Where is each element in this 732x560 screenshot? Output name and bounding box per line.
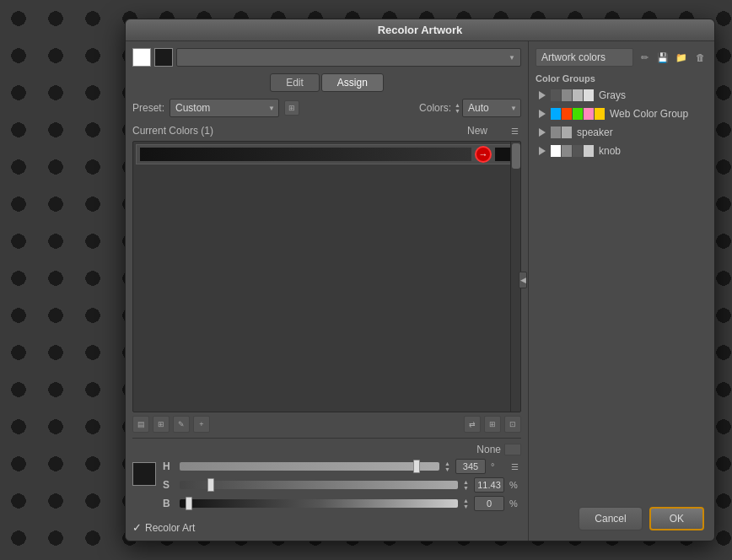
swatch-gray3 xyxy=(573,89,583,101)
color-box-black[interactable] xyxy=(154,48,173,67)
hsb-section: None H ▲▼ xyxy=(132,438,521,534)
ok-button[interactable]: OK xyxy=(649,507,704,530)
color-box-white[interactable] xyxy=(132,48,151,67)
slider-s-spinners[interactable]: ▲▼ xyxy=(463,479,469,491)
recolor-row: ✓ Recolor Art xyxy=(132,521,521,534)
list-view-icon[interactable]: ▤ xyxy=(132,416,149,433)
colors-label: Colors: xyxy=(419,102,451,114)
settings-icon[interactable]: ⊡ xyxy=(504,416,521,433)
none-icon[interactable] xyxy=(504,444,521,455)
delete-icon[interactable]: 🗑 xyxy=(692,50,708,65)
color-groups-label: Color Groups xyxy=(536,73,708,83)
bottom-icons: ▤ ⊞ ✎ + ⇄ ⊞ ⊡ xyxy=(132,416,521,433)
title-bar: Recolor Artwork xyxy=(126,19,714,41)
speaker-label: speaker xyxy=(577,127,613,138)
colors-section: Colors: ▲ ▼ Auto xyxy=(419,99,521,117)
grid-icon-btn[interactable]: ⊞ xyxy=(284,100,299,116)
none-label-text: None xyxy=(476,444,501,455)
slider-s-unit: % xyxy=(509,480,521,490)
arrow-circle-icon: → xyxy=(475,146,492,163)
swatch-gray4 xyxy=(584,89,594,101)
color-row[interactable]: → xyxy=(136,144,518,164)
slider-s-label: S xyxy=(163,479,175,491)
sliders-container: H ▲▼ 345 ° ☰ xyxy=(163,459,521,514)
left-icon-group: ▤ ⊞ ✎ + xyxy=(132,416,210,433)
web-swatches xyxy=(551,108,605,120)
color-preview-box[interactable] xyxy=(132,462,156,486)
slider-h-value[interactable]: 345 xyxy=(455,459,486,474)
preset-select[interactable]: Custom xyxy=(170,99,279,117)
slider-b-label: B xyxy=(163,498,175,509)
color-group-knob[interactable]: knob xyxy=(536,143,708,159)
swatch-web2 xyxy=(562,108,572,120)
swatch-gray2 xyxy=(562,89,572,101)
dialog-title: Recolor Artwork xyxy=(378,24,463,36)
color-list-area: → xyxy=(132,141,521,412)
swatch-gray1 xyxy=(551,89,561,101)
artwork-colors-dropdown[interactable]: Artwork colors xyxy=(536,48,633,67)
slider-s-track[interactable] xyxy=(180,481,458,489)
new-label: New xyxy=(467,125,487,137)
checkmark-icon: ✓ xyxy=(132,521,142,534)
preset-wrapper: Custom xyxy=(170,99,279,117)
slider-s-thumb[interactable] xyxy=(207,478,214,492)
knob-label: knob xyxy=(599,145,621,157)
colors-wrapper: Auto xyxy=(462,99,521,117)
add-color-icon[interactable]: + xyxy=(193,416,210,433)
color-bar-current xyxy=(140,148,471,161)
recolor-art-label: Recolor Art xyxy=(145,522,195,534)
swatch-web5 xyxy=(595,108,605,120)
folder-icon[interactable]: 📁 xyxy=(674,50,689,65)
scrollbar-thumb[interactable] xyxy=(512,143,520,169)
edit-tab[interactable]: Edit xyxy=(270,73,320,92)
grays-swatches xyxy=(551,89,594,101)
eyedropper-icon[interactable]: ✏ xyxy=(637,50,652,65)
color-group-grays[interactable]: Grays xyxy=(536,87,708,104)
none-row: None xyxy=(132,444,521,455)
swap-icon[interactable]: ⇄ xyxy=(464,416,481,433)
edit-color-icon[interactable]: ✎ xyxy=(173,416,190,433)
unlink-icon[interactable]: ⊞ xyxy=(484,416,501,433)
colors-spinner[interactable]: ▲ ▼ xyxy=(455,102,460,114)
artwork-colors-label: Artwork colors xyxy=(541,51,606,63)
dialog-body: Edit Assign Preset: Custom ⊞ Colors: ▲ xyxy=(126,41,714,541)
grid-view-icon[interactable]: ⊞ xyxy=(153,416,170,433)
collapse-panel-arrow[interactable]: ◀ xyxy=(519,272,527,288)
right-icon-group: ⇄ ⊞ ⊡ xyxy=(464,416,521,433)
dialog-footer: Cancel OK xyxy=(579,507,704,530)
swatch-knob3 xyxy=(573,145,583,157)
web-label: Web Color Group xyxy=(610,108,688,120)
grays-label: Grays xyxy=(599,89,626,101)
assign-tab[interactable]: Assign xyxy=(321,73,384,92)
slider-b-value[interactable]: 0 xyxy=(474,496,504,511)
right-panel: Artwork colors ✏ 💾 📁 🗑 Color Groups xyxy=(529,41,714,541)
tab-row: Edit Assign xyxy=(132,73,521,92)
slider-h-thumb[interactable] xyxy=(413,460,420,473)
recolor-artwork-dialog: Recolor Artwork Edit Assign Preset: xyxy=(125,19,715,541)
slider-s-value[interactable]: 11.43 xyxy=(474,477,504,493)
hsb-content: H ▲▼ 345 ° ☰ xyxy=(132,459,521,514)
slider-b-thumb[interactable] xyxy=(186,497,192,510)
colors-select[interactable]: Auto xyxy=(462,99,521,117)
slider-row-s: S ▲▼ 11.43 % xyxy=(163,477,521,493)
slider-h-spinners[interactable]: ▲▼ xyxy=(444,460,450,472)
list-menu-icon[interactable]: ☰ xyxy=(508,124,521,137)
swatch-web3 xyxy=(573,108,583,120)
color-group-speaker[interactable]: speaker xyxy=(536,124,708,141)
color-name-dropdown[interactable] xyxy=(176,48,521,67)
slider-b-track[interactable] xyxy=(180,499,458,508)
slider-row-h: H ▲▼ 345 ° ☰ xyxy=(163,459,521,474)
save-icon[interactable]: 💾 xyxy=(655,50,670,65)
slider-b-unit: % xyxy=(509,498,521,509)
color-dropdown-label xyxy=(182,51,185,63)
left-panel: Edit Assign Preset: Custom ⊞ Colors: ▲ xyxy=(126,41,529,541)
current-colors-header: Current Colors (1) New ☰ xyxy=(132,124,521,137)
speaker-swatches xyxy=(551,127,572,138)
triangle-icon-web xyxy=(539,110,546,118)
slider-h-menu[interactable]: ☰ xyxy=(508,460,521,473)
swatch-knob4 xyxy=(584,145,594,157)
slider-h-track[interactable] xyxy=(180,462,439,471)
color-group-web[interactable]: Web Color Group xyxy=(536,105,708,122)
slider-b-spinners[interactable]: ▲▼ xyxy=(463,498,469,509)
cancel-button[interactable]: Cancel xyxy=(579,507,642,530)
